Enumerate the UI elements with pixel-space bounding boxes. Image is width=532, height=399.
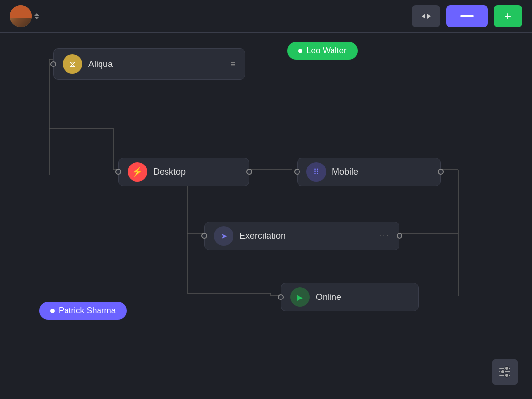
connectors-svg [0, 32, 532, 399]
online-icon: ▶ [290, 287, 310, 307]
minus-button[interactable] [446, 5, 488, 27]
header: + [0, 0, 532, 32]
leo-walter-label: Leo Walter [306, 46, 347, 56]
leo-walter-dot [298, 49, 302, 53]
settings-line-2 [499, 371, 510, 372]
desktop-left-dot [115, 169, 121, 175]
avatar-arrows[interactable] [34, 13, 39, 19]
exercitation-icon: ➤ [214, 226, 233, 246]
exercitation-label: Exercitation [239, 231, 286, 241]
settings-line-1 [499, 368, 510, 369]
aliqua-icon: ⧖ [63, 54, 82, 74]
arrow-up-icon [34, 13, 39, 16]
canvas: ⧖ Aliqua ≡ ⚡ Desktop ⠿ Mobile ➤ Exercita… [0, 32, 532, 399]
desktop-icon: ⚡ [128, 162, 147, 182]
exercitation-right-dot [397, 233, 402, 239]
desktop-right-dot [246, 169, 252, 175]
leo-walter-pill[interactable]: Leo Walter [287, 42, 358, 60]
mobile-icon: ⠿ [306, 162, 326, 182]
settings-icon [499, 368, 510, 376]
mobile-label: Mobile [332, 167, 358, 177]
aliqua-label: Aliqua [88, 59, 113, 69]
toggle-left-icon [422, 14, 425, 19]
settings-button[interactable] [492, 359, 518, 385]
avatar-container [10, 5, 39, 27]
online-node[interactable]: ▶ Online [281, 283, 419, 311]
mobile-node[interactable]: ⠿ Mobile [297, 158, 441, 186]
patrick-sharma-dot [50, 309, 55, 313]
add-button[interactable]: + [494, 5, 522, 27]
aliqua-left-dot [50, 61, 56, 67]
online-label: Online [316, 292, 341, 302]
aliqua-node[interactable]: ⧖ Aliqua ≡ [53, 48, 245, 80]
toggle-button[interactable] [412, 5, 440, 27]
patrick-sharma-pill[interactable]: Patrick Sharma [39, 302, 127, 320]
patrick-sharma-label: Patrick Sharma [59, 306, 116, 316]
mobile-right-dot [438, 169, 444, 175]
desktop-label: Desktop [153, 167, 186, 177]
exercitation-node[interactable]: ➤ Exercitation ··· [204, 222, 399, 250]
desktop-node[interactable]: ⚡ Desktop [118, 158, 249, 186]
exercitation-left-dot [201, 233, 207, 239]
online-left-dot [278, 294, 284, 300]
exercitation-dots-icon: ··· [379, 232, 390, 240]
mobile-left-dot [294, 169, 300, 175]
aliqua-menu-icon[interactable]: ≡ [230, 59, 236, 69]
arrow-down-icon [34, 17, 39, 19]
settings-line-3 [499, 375, 510, 376]
toggle-right-icon [427, 14, 431, 19]
minus-icon [460, 15, 474, 17]
avatar [10, 5, 32, 27]
